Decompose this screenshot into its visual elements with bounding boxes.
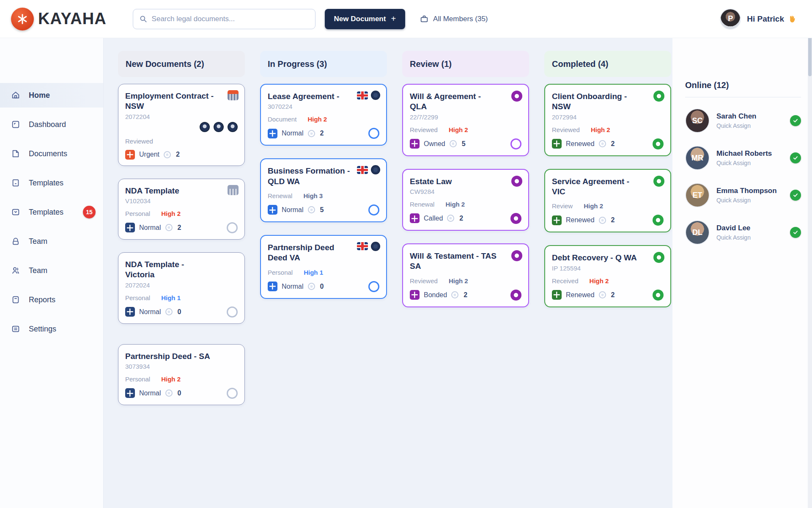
- templates-icon: [11, 178, 20, 188]
- card-subtitle: QLD WA: [268, 177, 379, 187]
- column-review: Review (1) Will & Agreement - QLA 22/7/2…: [402, 51, 529, 508]
- kanban-card[interactable]: Estate Law CW9284 Renewal High 2 Called …: [402, 169, 529, 231]
- eye-icon: [308, 130, 315, 137]
- card-title: Estate Law: [410, 177, 521, 187]
- kanban-card[interactable]: Lease Agreement - 3070224 Document High …: [260, 84, 387, 146]
- kanban-card[interactable]: NDA Template - Victoria 2072024 Personal…: [118, 252, 245, 324]
- new-document-button[interactable]: New Document +: [325, 9, 405, 29]
- sidebar-item-templates-inbox[interactable]: Templates 15: [0, 200, 103, 224]
- card-status: Reviewed: [125, 138, 153, 145]
- category-icon: [268, 129, 277, 138]
- quick-assign-label[interactable]: Quick Assign: [716, 160, 772, 166]
- select-checkbox[interactable]: [510, 138, 521, 149]
- members-label: All Members (35): [433, 15, 488, 23]
- member-name: Michael Roberts: [716, 149, 772, 158]
- select-checkbox[interactable]: [368, 204, 379, 215]
- card-title: Will & Agreement - QLA: [410, 91, 521, 112]
- top-header: KAYAHA New Document + All Members (35) P…: [0, 0, 812, 38]
- kanban-card[interactable]: Will & Testament - TAS SA Reviewed High …: [402, 243, 529, 307]
- greeting-label: Hi Patrick: [747, 14, 784, 24]
- kanban-card[interactable]: Client Onboarding - NSW 2072994 Reviewed…: [544, 84, 671, 156]
- member-row[interactable]: ET Emma Thompson Quick Assign: [685, 183, 801, 207]
- sidebar-item-templates[interactable]: Templates: [0, 171, 103, 195]
- select-checkbox[interactable]: [227, 222, 238, 233]
- search-bar[interactable]: [133, 9, 315, 29]
- sidebar-item-reports[interactable]: Reports: [0, 287, 103, 312]
- left-sidebar: Home Dashboard Documents Templates Templ…: [0, 38, 104, 508]
- card-title: Service Agreement -: [552, 177, 664, 187]
- column-new-documents: New Documents (2) Employment Contract - …: [118, 51, 245, 508]
- card-status: Renewal: [410, 201, 434, 208]
- wave-icon: [787, 14, 797, 24]
- flag-icon: [357, 91, 368, 99]
- sidebar-item-dashboard[interactable]: Dashboard: [0, 112, 103, 137]
- footer-label: Owned: [424, 140, 445, 148]
- sidebar-item-team-2[interactable]: Team: [0, 258, 103, 283]
- kanban-card[interactable]: Business Formation - QLD WA Renewal High…: [260, 158, 387, 222]
- card-priority: High 2: [590, 277, 609, 284]
- search-input[interactable]: [152, 15, 309, 23]
- kanban-card[interactable]: Will & Agreement - QLA 22/7/2299 Reviewe…: [402, 84, 529, 156]
- member-row[interactable]: MR Michael Roberts Quick Assign: [685, 146, 801, 170]
- card-title: Debt Recovery - Q WA: [552, 253, 664, 263]
- column-header: New Documents (2): [118, 51, 245, 77]
- sidebar-item-home[interactable]: Home: [0, 83, 103, 108]
- column-header: Completed (4): [544, 51, 671, 77]
- card-title: Client Onboarding - NSW: [552, 91, 664, 112]
- footer-label: Bonded: [424, 291, 447, 299]
- building-icon: [228, 90, 239, 100]
- footer-count: 0: [178, 308, 181, 316]
- member-row[interactable]: SC Sarah Chen Quick Assign: [685, 108, 801, 133]
- kanban-card[interactable]: Partnership Deed - SA 3073934 Personal H…: [118, 344, 245, 405]
- footer-count: 2: [176, 151, 180, 158]
- online-check-badge: [790, 115, 801, 126]
- sidebar-item-settings[interactable]: Settings: [0, 317, 103, 341]
- kanban-card[interactable]: Partnership Deed Deed VA Personal High 1…: [260, 235, 387, 299]
- greeting-text: Hi Patrick: [747, 14, 797, 24]
- category-icon: [125, 223, 135, 232]
- sidebar-label: Settings: [29, 325, 56, 334]
- quick-assign-label[interactable]: Quick Assign: [716, 234, 751, 241]
- done-dot-icon[interactable]: [653, 215, 664, 226]
- eye-icon: [165, 308, 173, 315]
- sidebar-item-team[interactable]: Team: [0, 229, 103, 254]
- category-icon: [268, 205, 277, 215]
- quick-assign-label[interactable]: Quick Assign: [716, 122, 756, 129]
- footer-label: Normal: [139, 389, 161, 397]
- category-icon: [552, 215, 562, 225]
- kanban-card[interactable]: Debt Recovery - Q WA IP 125594 Received …: [544, 245, 671, 307]
- select-checkbox[interactable]: [368, 281, 379, 292]
- eye-icon: [165, 389, 173, 397]
- all-members-button[interactable]: All Members (35): [420, 14, 488, 24]
- member-name: David Lee: [716, 224, 751, 232]
- done-dot-icon[interactable]: [653, 290, 664, 301]
- logo-mark-icon: [11, 8, 34, 30]
- category-icon: [552, 290, 562, 300]
- done-dot-icon[interactable]: [510, 290, 521, 301]
- select-checkbox[interactable]: [227, 306, 238, 318]
- avatar: ET: [685, 183, 710, 207]
- kanban-card[interactable]: NDA Template V102034 Personal High 2 Nor…: [118, 179, 245, 240]
- column-completed: Completed (4) Client Onboarding - NSW 20…: [544, 51, 671, 508]
- done-dot-icon[interactable]: [510, 213, 521, 224]
- user-avatar[interactable]: P: [720, 8, 741, 30]
- scrollbar-track[interactable]: [808, 38, 812, 508]
- member-row[interactable]: DL David Lee Quick Assign: [685, 220, 801, 245]
- avatar-chip: [200, 122, 210, 132]
- check-icon: [793, 229, 798, 235]
- column-header: In Progress (3): [260, 51, 387, 77]
- select-checkbox[interactable]: [227, 388, 238, 399]
- card-priority: High 2: [161, 375, 181, 383]
- sidebar-item-documents[interactable]: Documents: [0, 141, 103, 166]
- footer-label: Normal: [139, 308, 161, 316]
- done-dot-icon[interactable]: [653, 138, 664, 149]
- badge-icon: [371, 242, 380, 251]
- kanban-card[interactable]: Service Agreement - VIC Review High 2 Re…: [544, 169, 671, 233]
- column-in-progress: In Progress (3) Lease Agreement - 307022…: [260, 51, 387, 508]
- check-icon: [793, 192, 798, 198]
- select-checkbox[interactable]: [368, 128, 379, 139]
- quick-assign-label[interactable]: Quick Assign: [716, 197, 777, 204]
- category-icon: [125, 388, 135, 398]
- footer-count: 2: [464, 291, 467, 299]
- kanban-card[interactable]: Employment Contract - NSW 2072204 Review…: [118, 84, 245, 166]
